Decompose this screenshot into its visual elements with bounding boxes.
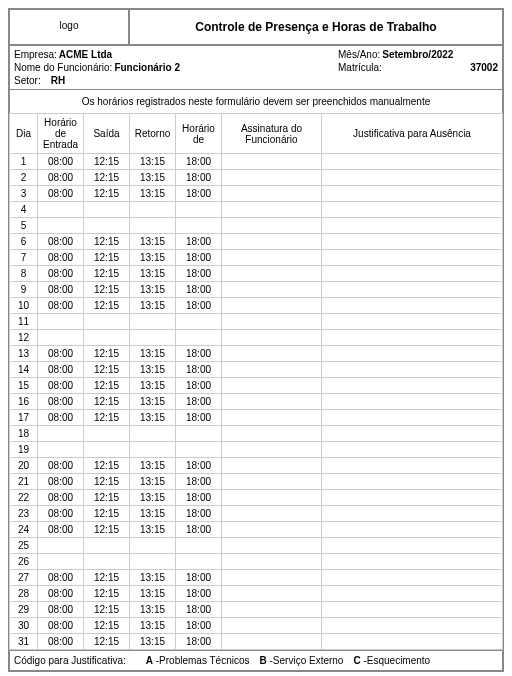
cell-retorno: 13:15 [130, 602, 176, 618]
cell-dia: 9 [10, 282, 38, 298]
cell-saida: 12:15 [84, 506, 130, 522]
cell-assinatura [222, 266, 322, 282]
cell-retorno: 13:15 [130, 250, 176, 266]
setor-value: RH [51, 75, 65, 86]
cell-saida [84, 202, 130, 218]
cell-justificativa [322, 554, 503, 570]
cell-fim: 18:00 [176, 282, 222, 298]
manual-fill-note: Os horários registrados neste formulário… [9, 90, 503, 113]
cell-retorno [130, 202, 176, 218]
cell-dia: 8 [10, 266, 38, 282]
cell-retorno: 13:15 [130, 154, 176, 170]
cell-assinatura [222, 426, 322, 442]
cell-retorno: 13:15 [130, 186, 176, 202]
cell-saida: 12:15 [84, 602, 130, 618]
cell-justificativa [322, 362, 503, 378]
cell-retorno: 13:15 [130, 298, 176, 314]
cell-assinatura [222, 618, 322, 634]
cell-retorno: 13:15 [130, 618, 176, 634]
cell-entrada: 08:00 [38, 618, 84, 634]
cell-fim: 18:00 [176, 586, 222, 602]
cell-saida: 12:15 [84, 346, 130, 362]
table-row: 908:0012:1513:1518:00 [10, 282, 503, 298]
cell-entrada: 08:00 [38, 362, 84, 378]
cell-entrada: 08:00 [38, 586, 84, 602]
logo-placeholder: logo [9, 9, 129, 45]
table-row: 1608:0012:1513:1518:00 [10, 394, 503, 410]
cell-retorno: 13:15 [130, 490, 176, 506]
col-retorno: Retorno [130, 114, 176, 154]
cell-fim: 18:00 [176, 410, 222, 426]
cell-assinatura [222, 490, 322, 506]
cell-saida: 12:15 [84, 586, 130, 602]
cell-saida [84, 538, 130, 554]
cell-saida: 12:15 [84, 250, 130, 266]
cell-assinatura [222, 554, 322, 570]
cell-dia: 1 [10, 154, 38, 170]
cell-retorno [130, 538, 176, 554]
cell-retorno [130, 426, 176, 442]
cell-entrada: 08:00 [38, 602, 84, 618]
cell-retorno [130, 554, 176, 570]
cell-entrada: 08:00 [38, 378, 84, 394]
table-row: 26 [10, 554, 503, 570]
matricula-value: 37002 [384, 62, 498, 73]
cell-saida [84, 426, 130, 442]
cell-justificativa [322, 218, 503, 234]
table-header-row: Dia Horário de Entrada Saída Retorno Hor… [10, 114, 503, 154]
cell-assinatura [222, 250, 322, 266]
attendance-table: Dia Horário de Entrada Saída Retorno Hor… [9, 113, 503, 650]
cell-justificativa [322, 634, 503, 650]
cell-fim: 18:00 [176, 186, 222, 202]
cell-assinatura [222, 586, 322, 602]
table-row: 2308:0012:1513:1518:00 [10, 506, 503, 522]
cell-justificativa [322, 314, 503, 330]
cell-retorno: 13:15 [130, 170, 176, 186]
cell-retorno: 13:15 [130, 266, 176, 282]
cell-entrada [38, 202, 84, 218]
cell-entrada: 08:00 [38, 346, 84, 362]
table-row: 12 [10, 330, 503, 346]
cell-assinatura [222, 634, 322, 650]
cell-saida [84, 442, 130, 458]
mesano-label: Mês/Ano: [338, 49, 380, 60]
cell-dia: 7 [10, 250, 38, 266]
cell-entrada [38, 554, 84, 570]
code-item: A -Problemas Técnicos [146, 655, 250, 666]
cell-justificativa [322, 490, 503, 506]
cell-fim [176, 202, 222, 218]
cell-fim: 18:00 [176, 394, 222, 410]
table-row: 808:0012:1513:1518:00 [10, 266, 503, 282]
cell-fim: 18:00 [176, 490, 222, 506]
cell-saida: 12:15 [84, 282, 130, 298]
cell-saida: 12:15 [84, 266, 130, 282]
cell-fim [176, 330, 222, 346]
cell-justificativa [322, 346, 503, 362]
cell-entrada [38, 314, 84, 330]
cell-saida [84, 314, 130, 330]
cell-entrada: 08:00 [38, 170, 84, 186]
cell-retorno: 13:15 [130, 394, 176, 410]
table-row: 2408:0012:1513:1518:00 [10, 522, 503, 538]
cell-assinatura [222, 394, 322, 410]
cell-saida: 12:15 [84, 474, 130, 490]
cell-saida: 12:15 [84, 154, 130, 170]
cell-entrada: 08:00 [38, 298, 84, 314]
table-row: 3108:0012:1513:1518:00 [10, 634, 503, 650]
cell-dia: 4 [10, 202, 38, 218]
cell-entrada: 08:00 [38, 522, 84, 538]
cell-dia: 15 [10, 378, 38, 394]
cell-justificativa [322, 186, 503, 202]
cell-dia: 17 [10, 410, 38, 426]
cell-saida: 12:15 [84, 394, 130, 410]
cell-fim: 18:00 [176, 266, 222, 282]
cell-assinatura [222, 314, 322, 330]
cell-assinatura [222, 202, 322, 218]
cell-justificativa [322, 330, 503, 346]
cell-entrada: 08:00 [38, 634, 84, 650]
cell-justificativa [322, 522, 503, 538]
cell-dia: 3 [10, 186, 38, 202]
cell-justificativa [322, 426, 503, 442]
table-row: 1008:0012:1513:1518:00 [10, 298, 503, 314]
cell-justificativa [322, 170, 503, 186]
